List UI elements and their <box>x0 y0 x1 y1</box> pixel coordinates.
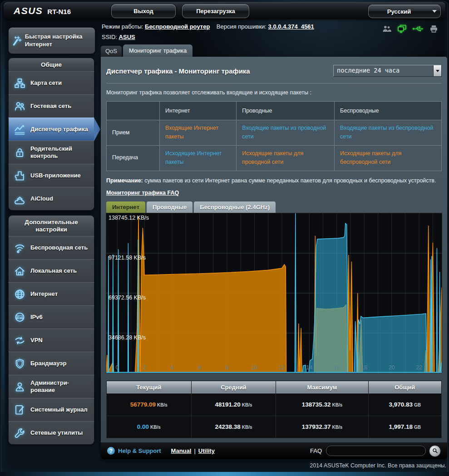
unit-label: KB/s <box>332 402 343 407</box>
matrix-cell-link[interactable]: Входящие Интернет пакеты <box>165 125 218 140</box>
sidebar-item-system-log[interactable]: Системный журнал <box>8 398 94 421</box>
matrix-column-header: Беспроводные <box>335 102 442 120</box>
unit-label: KB/s <box>242 402 252 407</box>
status-icons <box>382 25 438 33</box>
sidebar-item-quick-setup[interactable]: Быстрая настройка Интернет <box>8 27 95 54</box>
firmware-version-link[interactable]: 3.0.0.4.374_4561 <box>268 23 314 30</box>
x-axis-tick-label: 0 <box>116 364 119 371</box>
sidebar-item-network-tools[interactable]: Сетевые утилиты <box>8 421 94 445</box>
clients-icon[interactable] <box>382 25 392 33</box>
operation-mode-link[interactable]: Беспроводной роутер <box>145 23 210 30</box>
x-axis-tick-label: 14 <box>306 364 312 371</box>
x-axis-tick-label: 20 <box>389 364 395 371</box>
header-line-2: SSID: ASUS <box>102 32 383 42</box>
summary-value: 24238.38KB/s <box>191 416 276 438</box>
sidebar-item-network-map[interactable]: Карта сети <box>8 71 94 94</box>
table-row: 0.00KB/s24238.38KB/s137932.37KB/s1,997.1… <box>107 416 442 438</box>
bottom-accent-bar <box>0 472 449 476</box>
unit-label: KB/s <box>157 402 168 407</box>
svg-text:IPv6: IPv6 <box>16 315 23 319</box>
sidebar-item-lan[interactable]: Локальная сеть <box>8 259 94 282</box>
sidebar-item-vpn[interactable]: VPN <box>8 329 94 352</box>
x-axis-tick-label: 10 <box>251 364 257 371</box>
tab-qos[interactable]: QoS <box>101 46 122 57</box>
x-axis-tick-label: 8 <box>226 364 229 371</box>
firewall-icon <box>9 358 30 370</box>
usb-device-icon[interactable] <box>412 25 424 32</box>
panel-footer: ? Help & Support Manual | Utility FAQ <box>101 442 447 459</box>
language-select[interactable]: Русский <box>368 5 441 18</box>
sidebar-item-administration[interactable]: Администри-рование <box>8 375 94 398</box>
top-bar: ASUS RT-N16 Выход Перезагрузка Русский <box>4 2 445 19</box>
x-axis-tick-label: 2 <box>143 364 146 371</box>
lan-icon <box>9 265 30 277</box>
sidebar-item-label: Карта сети <box>30 79 90 87</box>
matrix-cell-link[interactable]: Входящие пакеты из беспроводной сети <box>340 125 433 140</box>
sidebar-item-ipv6[interactable]: IPv6IPv6 <box>8 305 94 329</box>
lan-devices-icon[interactable] <box>397 25 407 33</box>
quick-setup-label: Быстрая настройка Интернет <box>25 33 95 49</box>
sidebar-item-aicloud[interactable]: AiCloud <box>8 187 94 211</box>
vpn-icon <box>9 334 30 347</box>
note-body: сумма пакетов из сети Интернет равна сум… <box>143 177 436 184</box>
sidebar-item-label: Гостевая сеть <box>30 103 90 110</box>
sidebar-item-usb-application[interactable]: USB-приложение <box>8 164 94 187</box>
matrix-column-header: Интернет <box>160 102 237 120</box>
help-question-icon[interactable]: ? <box>107 447 115 455</box>
left-edge-glow <box>2 27 4 440</box>
logout-button[interactable]: Выход <box>111 4 176 18</box>
ipv6-icon: IPv6 <box>9 311 30 324</box>
utility-link[interactable]: Utility <box>198 447 215 454</box>
chart-tab-internet[interactable]: Интернет <box>106 201 145 213</box>
language-label: Русский <box>369 8 429 15</box>
sidebar-section: ОбщиеКарта сетиГостевая сетьДиспетчер тр… <box>8 58 94 211</box>
x-axis-tick-label: 12 <box>279 364 285 371</box>
matrix-cell-link[interactable]: Исходящие Интернет пакеты <box>165 150 222 165</box>
magic-wand-icon <box>9 35 25 47</box>
parental-control-icon <box>9 147 30 159</box>
faq-search-input[interactable] <box>326 446 426 456</box>
wireless-icon <box>9 242 30 254</box>
summary-value: 3,970.83GB <box>368 393 441 416</box>
faq-search: FAQ <box>310 445 441 457</box>
sidebar-item-guest-network[interactable]: Гостевая сеть <box>8 94 94 118</box>
printer-icon[interactable] <box>429 25 438 33</box>
y-axis-tick-label: 97121.58 KB/s <box>109 255 146 261</box>
unit-label: GB <box>414 402 421 407</box>
period-select[interactable]: последние 24 часа <box>333 65 442 77</box>
tab-traffic-monitor[interactable]: Мониторинг трафика <box>123 44 192 57</box>
summary-value: 137932.37KB/s <box>276 416 368 438</box>
y-axis-tick-label: 69372.56 KB/s <box>109 294 146 301</box>
unit-label: KB/s <box>332 425 343 430</box>
manual-link[interactable]: Manual <box>171 447 192 454</box>
sidebar-item-wireless[interactable]: Беспроводная сеть <box>8 236 94 259</box>
summary-table: ТекущийСреднийМаксимумОбщий56779.09KB/s4… <box>106 381 442 438</box>
traffic-monitor-faq-link[interactable]: Мониторинг трафика FAQ <box>106 190 179 196</box>
page-title: Диспетчер трафика - Мониторинг трафика <box>106 67 250 75</box>
content-panel: Диспетчер трафика - Мониторинг трафика п… <box>101 57 447 459</box>
unit-label: KB/s <box>150 425 161 430</box>
sidebar-item-label: Локальная сеть <box>30 267 90 275</box>
sidebar-section-title: Дополнительные настройки <box>8 215 94 236</box>
router-model: RT-N16 <box>47 8 71 15</box>
separator <box>106 83 442 84</box>
sidebar-item-wan[interactable]: Интернет <box>8 282 94 305</box>
sidebar-item-traffic-manager[interactable]: Диспетчер трафика <box>8 118 94 141</box>
chart-tab-wireless-24ghz[interactable]: Беспроводные (2.4GHz) <box>194 201 276 213</box>
sidebar-item-parental-control[interactable]: Родительский контроль <box>8 141 94 164</box>
search-icon <box>432 448 438 454</box>
reboot-button[interactable]: Перезагрузка <box>182 4 249 18</box>
help-support-link[interactable]: Help & Support <box>118 447 161 454</box>
matrix-cell-link[interactable]: Исходящие пакеты для беспроводной сети <box>340 150 401 165</box>
matrix-cell-link[interactable]: Исходящие пакеты для проводной сети <box>242 150 303 165</box>
matrix-cell-link[interactable]: Входящие пакеты из проводной сети <box>242 125 326 140</box>
unit-label: KB/s <box>242 425 252 430</box>
sidebar-item-firewall[interactable]: Брандмауэр <box>8 352 94 375</box>
dropdown-arrow-button[interactable] <box>433 65 441 76</box>
search-button[interactable] <box>429 445 441 457</box>
ssid-link[interactable]: ASUS <box>119 34 135 40</box>
table-row: 56779.09KB/s48191.20KB/s138735.32KB/s3,9… <box>107 393 442 416</box>
summary-column-header: Текущий <box>107 381 192 393</box>
chart-tab-wired[interactable]: Проводные <box>147 201 192 213</box>
period-select-value: последние 24 часа <box>334 65 433 76</box>
